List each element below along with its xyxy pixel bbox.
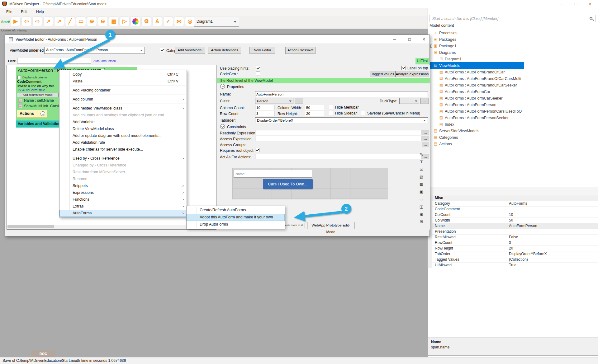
toolbar-generalization-arrow-icon[interactable]: ↗: [54, 16, 64, 26]
toolbar-links-icon[interactable]: ⋈: [174, 16, 184, 26]
combobox-icon[interactable]: ▧: [418, 174, 425, 180]
ducktype-combobox[interactable]: [399, 98, 419, 104]
property-row-rowcount[interactable]: RowCount3: [428, 240, 598, 246]
access-groups-browse[interactable]: ...: [422, 142, 429, 147]
menu-item-used-by-cross-reference[interactable]: Used by - Cross Reference›: [59, 155, 187, 162]
search-icon[interactable]: [590, 17, 592, 20]
toolbar-run-window-icon[interactable]: ▷: [120, 16, 130, 26]
analyze-expressions-button[interactable]: Analyze expressions: [395, 71, 429, 77]
editor-titlebar[interactable]: ViewModel Editor - AutoForms : AutoFormP…: [5, 35, 430, 44]
tree-item-actions[interactable]: ▤Actions: [428, 141, 598, 147]
toolbar-validate-icon[interactable]: ✓: [163, 16, 173, 26]
menu-help[interactable]: Help: [32, 9, 48, 15]
diagram-selector[interactable]: Diagram1: [194, 17, 239, 27]
menu-item-add-or-update-diagram-with-used-model-elem[interactable]: Add or update diagram with used model el…: [59, 132, 187, 139]
savebar-checkbox[interactable]: [361, 111, 365, 115]
toolbar-viewmodel-window-icon[interactable]: ▦: [109, 16, 119, 26]
webapp-prototype-button[interactable]: WebApp Prototype Edit-Mode: [307, 222, 354, 229]
toolbar-run-icon[interactable]: ▶: [11, 16, 21, 26]
access-expression-input[interactable]: [255, 136, 421, 141]
tree-item-autoforms-autoformpersoncarsiusedtoo[interactable]: ▤AutoForms : AutoFormPersonCarsIUsedToO: [428, 108, 598, 114]
toolbar-settings-gears-icon[interactable]: ⚙: [141, 16, 151, 26]
row-count-input[interactable]: [255, 111, 274, 116]
tree-item-autoforms-autoformbrandofcarcarsmulti[interactable]: ▤AutoForms : AutoFormBrandOfCarCarsMulti: [428, 75, 598, 82]
tree-item-autoforms-autoformcarseeker[interactable]: ▤AutoForms : AutoFormCarSeeker: [428, 95, 598, 101]
minimize-icon[interactable]: ─: [389, 35, 401, 44]
toolbar-debug-spiral-icon[interactable]: ◎: [185, 16, 195, 26]
viewmodel-preview-canvas[interactable]: Cars I Used To Own...: [232, 168, 388, 199]
tree-item-autoforms-autoformcar[interactable]: ▤AutoForms : AutoFormCar: [428, 88, 598, 95]
property-row-colcount[interactable]: ColCount10: [428, 212, 598, 218]
property-row-uiallowed[interactable]: UIAllowedTrue: [428, 263, 598, 268]
tree-item-autoforms-autoformpersonseeker[interactable]: ▤AutoForms : AutoFormPersonSeeker: [428, 114, 598, 121]
menu-item-expressions[interactable]: Expressions›: [59, 189, 187, 196]
toolbar-back-arrow-icon[interactable]: ⇦: [21, 16, 31, 26]
button-icon[interactable]: ▭: [418, 196, 425, 203]
menu-item-add-placing-container[interactable]: Add Placing container: [59, 87, 187, 94]
property-row-restallowed[interactable]: RestAllowedFalse: [428, 235, 598, 240]
toolbar-forward-arrow-icon[interactable]: ⇨: [32, 16, 42, 26]
tree-item-viewmodels[interactable]: ▤ViewModels: [428, 62, 524, 69]
menu-item-paste[interactable]: PasteCtrl+V: [59, 78, 187, 85]
search-input[interactable]: [430, 15, 596, 22]
media-icon[interactable]: ◉: [418, 211, 425, 217]
hide-sidebar-checkbox[interactable]: [329, 111, 333, 115]
doc-tab[interactable]: DOC: [31, 350, 55, 357]
actions-expander-button[interactable]: Actions: [17, 110, 47, 118]
close-icon[interactable]: ×: [418, 35, 430, 44]
action-crossref-button[interactable]: Action CrossRef: [285, 47, 316, 54]
horizontal-scrollbar[interactable]: [7, 225, 216, 229]
menu-edit[interactable]: Edit: [17, 9, 31, 15]
toolbar-color-wheel-icon[interactable]: [131, 16, 140, 26]
toolbar-zoom-in-icon[interactable]: ⊕: [87, 16, 97, 26]
menu-item-functions[interactable]: Functions›: [59, 196, 187, 203]
menu-file[interactable]: File: [2, 9, 16, 15]
submenu-item-create-refresh-autoforms[interactable]: Create/Refresh AutoForms: [187, 207, 285, 214]
use-placing-hints-checkbox[interactable]: [256, 66, 260, 70]
under-edit-combobox[interactable]: AutoForms : AutoFormPerson : Person: [44, 47, 145, 54]
viewmodel-column-name-self-name[interactable]: AName : self.Name: [18, 98, 54, 103]
menu-item-enable-criterias-for-server-side-execute[interactable]: Enable criterias for server side execute…: [59, 146, 187, 153]
tree-item-index[interactable]: ▤Index: [428, 121, 598, 128]
display-sub-column-checkbox[interactable]: [17, 76, 21, 79]
minimize-icon[interactable]: ─: [556, 0, 567, 8]
add-column-from-model-button[interactable]: Add column from model: [17, 93, 59, 97]
datepicker-icon[interactable]: ▦: [418, 181, 425, 188]
column-width-input[interactable]: [305, 105, 324, 110]
menu-item-add-nested-viewmodel-class[interactable]: Add nested ViewModel class›: [59, 105, 187, 112]
maximize-icon[interactable]: □: [404, 35, 415, 44]
label-on-top-checkbox[interactable]: [401, 66, 406, 70]
tree-item-processes[interactable]: »Processes: [428, 30, 598, 36]
maximize-icon[interactable]: □: [571, 0, 581, 8]
menu-item-delete-viewmodel-class[interactable]: Delete ViewModel class: [59, 125, 187, 132]
viewmodel-column-showmultilink-carsiu[interactable]: ∞ShowMultiLink_CarsIU: [18, 104, 62, 108]
toolbar-association-arrow-icon[interactable]: ↗: [43, 16, 53, 26]
preview-name-input[interactable]: [234, 170, 312, 178]
property-row-colwidth[interactable]: ColWidth50: [428, 218, 598, 223]
menu-item-snippets[interactable]: Snippets›: [59, 182, 187, 189]
tree-item-serversideviewmodels[interactable]: ▤ServerSideViewModels: [428, 128, 598, 134]
menu-item-copy[interactable]: CopyCtrl+C: [59, 71, 187, 78]
menu-item-add-variable[interactable]: Add Variable: [59, 119, 187, 125]
menu-item-add-column[interactable]: Add column›: [59, 96, 187, 103]
datagrid-icon[interactable]: ⊞: [418, 219, 425, 225]
action-definitions-button[interactable]: Action definitions: [208, 47, 241, 54]
edit-field-icon[interactable]: ✎: [418, 152, 425, 158]
tagged-values-button[interactable]: Tagged values: [370, 71, 396, 77]
access-expression-browse[interactable]: ...: [422, 136, 429, 141]
scrollbar-thumb[interactable]: [7, 225, 54, 228]
new-editor-button[interactable]: New Editor: [249, 47, 275, 54]
expand-icon[interactable]: [220, 124, 225, 129]
readonly-expression-browse[interactable]: ...: [422, 130, 429, 135]
tree-item-diagram1[interactable]: ⊞Diagram1: [428, 56, 598, 62]
menu-item-add-validation-rule[interactable]: Add Validation rule: [59, 139, 187, 146]
tree-item-diagrams[interactable]: ⊞Diagrams: [428, 49, 598, 56]
property-row-tagged-values[interactable]: Tagged Values(Collection): [428, 257, 598, 263]
class-browse-button[interactable]: ...: [295, 98, 303, 104]
toolbar-dashed-line-icon[interactable]: ╱: [65, 16, 75, 26]
property-row-name[interactable]: NameAutoFormPerson: [428, 223, 598, 229]
tree-item-autoforms-autoformbrandofcar[interactable]: ▤AutoForms : AutoFormBrandOfCar: [428, 69, 598, 75]
close-icon[interactable]: ×: [585, 0, 596, 8]
image-icon[interactable]: ▣: [418, 189, 425, 195]
ducktype-browse-button[interactable]: ...: [420, 98, 429, 104]
